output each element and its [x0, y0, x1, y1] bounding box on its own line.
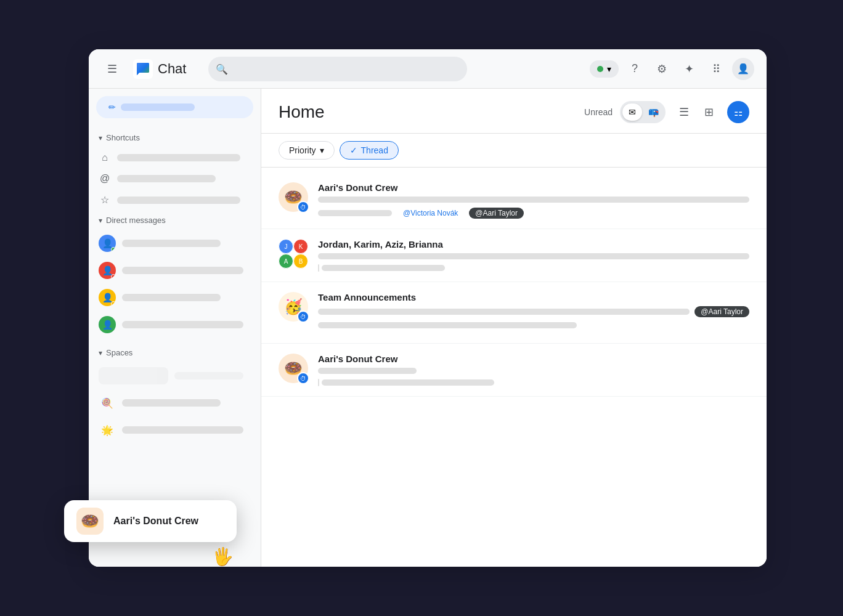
thread-avatar-wrapper-3: 🍩 ⏱: [279, 354, 308, 383]
home-item-bar: [117, 154, 240, 161]
thread-body-2: Team Announcements @Aari Taylor: [318, 292, 749, 333]
reply-line-3: [318, 379, 319, 386]
filter-button[interactable]: ⚏: [727, 101, 749, 123]
dm-bar-1: [122, 240, 221, 247]
toggle-unread-off[interactable]: 📪: [643, 103, 663, 121]
thread-body-1: Jordan, Karim, Aziz, Brianna: [318, 239, 749, 272]
dm-item-3[interactable]: 👤: [89, 284, 253, 311]
mention-chip-aari-2: @Aari Taylor: [694, 306, 749, 317]
space-item-3[interactable]: 🌟: [89, 416, 253, 444]
shortcuts-chevron-icon: ▾: [99, 134, 102, 142]
priority-chevron-icon: ▾: [320, 145, 324, 155]
dm-bar-2: [122, 267, 243, 274]
thread-item-1[interactable]: J K A B Jordan, Karim, Aziz, Brianna: [261, 229, 767, 282]
thread-body-0: Aari's Donut Crew @Victoria Novák @Aari …: [318, 182, 749, 219]
floating-tooltip: 🍩 Aari's Donut Crew: [64, 500, 237, 542]
thread-check-icon: ✓: [350, 145, 357, 155]
thread-avatar-wrapper-2: 🥳 ⏱: [279, 292, 308, 322]
thread-name-2: Team Announcements: [318, 292, 749, 302]
new-chat-button[interactable]: ✏: [96, 96, 253, 118]
reply-indicator-1: [318, 264, 749, 272]
dm-item-2[interactable]: 👤: [89, 257, 253, 284]
sidebar-item-mentions[interactable]: @: [89, 168, 253, 189]
dm-section-header[interactable]: ▾ Direct messages: [89, 211, 261, 230]
space-item-placeholder: [89, 362, 253, 389]
thread-avatar-wrapper-0: 🍩 ⏱: [279, 182, 308, 212]
thread-mention-line-0: [318, 210, 392, 216]
dm-chevron-icon: ▾: [99, 216, 102, 225]
filter-icon: ⚏: [734, 107, 743, 118]
reply-indicator-3: [318, 379, 749, 386]
grid-view-button[interactable]: ⊞: [698, 101, 720, 123]
star-icon: ☆: [99, 194, 111, 206]
chat-logo-icon: [133, 59, 153, 79]
status-button[interactable]: ▾: [590, 60, 619, 78]
thread-mention-row-2: @Aari Taylor: [318, 306, 749, 317]
dm-item-4[interactable]: 👤: [89, 311, 253, 338]
search-input[interactable]: [208, 57, 467, 81]
dm-avatar-3: 👤: [99, 289, 116, 306]
page-title: Home: [279, 102, 584, 122]
thread-preview-1: [318, 253, 749, 259]
dm-label: Direct messages: [106, 216, 166, 225]
list-view-icon: ☰: [679, 105, 689, 119]
reply-line-1: [318, 264, 319, 272]
spaces-section-header[interactable]: ▾ Spaces: [89, 343, 261, 362]
search-icon: 🔍: [216, 63, 228, 75]
settings-button[interactable]: ⚙: [651, 58, 673, 80]
space-bar-1: [174, 372, 244, 379]
thread-item-2[interactable]: 🥳 ⏱ Team Announcements @Aari Taylor: [261, 282, 767, 344]
account-button[interactable]: 👤: [732, 58, 754, 80]
search-bar: 🔍: [208, 57, 467, 81]
mention-chip-aari: @Aari Taylor: [469, 208, 524, 219]
dm-status-1: [111, 247, 116, 252]
help-button[interactable]: ?: [624, 58, 646, 80]
space-item-2[interactable]: 🍭: [89, 389, 253, 416]
envelope-icon: ✉: [629, 107, 636, 117]
thread-avatar-group: J K A B: [279, 239, 308, 269]
thread-badge-3: ⏱: [297, 372, 309, 384]
thread-mention-row-0: @Victoria Novák @Aari Taylor: [318, 208, 749, 219]
thread-body-3: Aari's Donut Crew: [318, 354, 749, 386]
space-icon-placeholder: [99, 367, 168, 384]
thread-badge-2: ⏱: [297, 310, 309, 323]
envelope-off-icon: 📪: [648, 107, 659, 117]
dm-avatar-4: 👤: [99, 316, 116, 333]
settings-icon: ⚙: [657, 62, 667, 76]
thread-list: 🍩 ⏱ Aari's Donut Crew @Victoria Novák @A…: [261, 168, 767, 567]
reply-preview-3: [322, 379, 494, 386]
hamburger-button[interactable]: ☰: [101, 58, 123, 80]
thread-name-1: Jordan, Karim, Aziz, Brianna: [318, 239, 749, 249]
app-title: Chat: [158, 61, 186, 77]
thread-item-3[interactable]: 🍩 ⏱ Aari's Donut Crew: [261, 344, 767, 397]
list-view-button[interactable]: ☰: [673, 101, 695, 123]
apps-button[interactable]: ⠿: [705, 58, 727, 80]
group-av4: B: [293, 254, 308, 269]
thread-preview-3a: [318, 368, 417, 374]
shortcuts-section-header[interactable]: ▾ Shortcuts: [89, 128, 261, 147]
filters-row: Priority ▾ ✓ Thread: [261, 134, 767, 168]
thread-chip[interactable]: ✓ Thread: [340, 141, 399, 160]
sidebar-item-starred[interactable]: ☆: [89, 189, 253, 211]
spaces-label: Spaces: [106, 348, 132, 357]
reply-preview-1: [322, 265, 445, 271]
unread-toggle: ✉ 📪: [620, 101, 666, 123]
thread-preview-2a: [318, 309, 690, 315]
sidebar: ✏ ▾ Shortcuts ⌂ @ ☆: [89, 89, 261, 567]
dm-bar-4: [122, 321, 243, 328]
gemini-button[interactable]: ✦: [678, 58, 700, 80]
dm-status-2: [111, 274, 116, 279]
thread-item-0[interactable]: 🍩 ⏱ Aari's Donut Crew @Victoria Novák @A…: [261, 172, 767, 229]
dm-bar-3: [122, 294, 221, 301]
priority-chip[interactable]: Priority ▾: [279, 141, 335, 160]
header-actions: Unread ✉ 📪 ☰: [584, 101, 749, 123]
toggle-unread-on[interactable]: ✉: [622, 103, 642, 121]
dm-item-1[interactable]: 👤: [89, 230, 253, 257]
sidebar-item-home[interactable]: ⌂: [89, 147, 253, 168]
main-window: ☰ Chat: [89, 49, 767, 567]
group-av1: J: [279, 239, 293, 254]
body-area: ✏ ▾ Shortcuts ⌂ @ ☆: [89, 89, 767, 567]
gemini-icon: ✦: [685, 62, 694, 76]
status-dot-icon: [597, 66, 603, 72]
thread-name-0: Aari's Donut Crew: [318, 182, 749, 193]
